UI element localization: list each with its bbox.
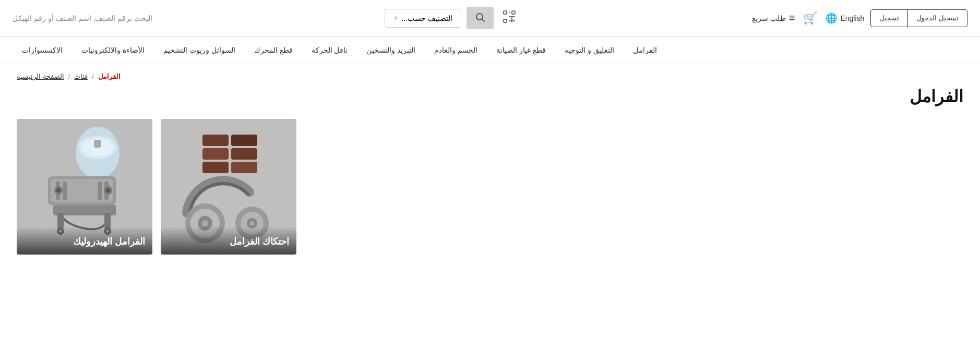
header-right-section: تسجيل الدخول تسجيل English 🌐 🛒 ≡ طلب سري… bbox=[752, 9, 967, 27]
svg-point-19 bbox=[202, 220, 208, 226]
svg-rect-33 bbox=[63, 182, 67, 200]
search-hint-text: البحث برقم الصنف, اسم الصنف أو رقم الهيك… bbox=[13, 14, 152, 22]
login-button[interactable]: تسجيل bbox=[871, 10, 907, 26]
card-label-brake-friction: احتكاك الفرامل bbox=[230, 236, 289, 247]
nav-link-cooling[interactable]: التبريد والتسخين bbox=[357, 37, 425, 64]
card-overlay-brake-friction: احتكاك الفرامل bbox=[161, 226, 296, 255]
scan-icon bbox=[502, 14, 517, 27]
classify-button[interactable]: التصنيف حسب... + bbox=[385, 9, 461, 28]
language-button[interactable]: English 🌐 bbox=[826, 13, 864, 24]
search-button[interactable] bbox=[467, 7, 494, 29]
quick-order-label: طلب سريع bbox=[752, 14, 786, 22]
nav-item-fluids[interactable]: السوائل وزيوت التشحيم bbox=[154, 37, 245, 64]
nav-link-maintenance[interactable]: قطع غيار الصيانة bbox=[487, 37, 555, 64]
svg-point-39 bbox=[106, 188, 110, 192]
svg-point-37 bbox=[56, 188, 61, 192]
svg-rect-10 bbox=[202, 135, 229, 146]
cart-button[interactable]: 🛒 bbox=[801, 9, 819, 27]
category-card-brake-friction[interactable]: ☞ احتكاك الفرامل bbox=[161, 119, 296, 255]
register-button[interactable]: تسجيل الدخول bbox=[908, 10, 967, 26]
svg-rect-11 bbox=[202, 148, 229, 160]
breadcrumb-current: الفرامل bbox=[98, 73, 121, 80]
globe-icon: 🌐 bbox=[826, 13, 837, 24]
svg-rect-15 bbox=[231, 162, 257, 173]
auth-divider bbox=[907, 10, 908, 27]
breadcrumb-categories-link[interactable]: فئات bbox=[74, 73, 88, 80]
nav-item-transmission[interactable]: ناقل الحركة bbox=[302, 37, 357, 64]
nav-item-suspension[interactable]: التعليق و التوجيه bbox=[555, 37, 624, 64]
nav-item-accessories[interactable]: الاكسسوارات bbox=[13, 37, 72, 64]
page-title-area: الفرامل bbox=[0, 85, 980, 119]
main-content: ☞ احتكاك الفرامل bbox=[0, 119, 980, 271]
nav-item-maintenance[interactable]: قطع غيار الصيانة bbox=[487, 37, 555, 64]
header: تسجيل الدخول تسجيل English 🌐 🛒 ≡ طلب سري… bbox=[0, 0, 980, 37]
header-left-section: البحث برقم الصنف, اسم الصنف أو رقم الهيك… bbox=[13, 14, 152, 22]
nav-item-body[interactable]: الجسم والعادم bbox=[425, 37, 487, 64]
svg-line-8 bbox=[482, 19, 484, 22]
category-card-hydraulic[interactable]: الفرامل الهيدروليك bbox=[17, 119, 152, 255]
nav-link-engine[interactable]: قطع المحرك bbox=[245, 37, 302, 64]
auth-buttons-group: تسجيل الدخول تسجيل bbox=[870, 9, 967, 27]
list-icon: ≡ bbox=[789, 12, 795, 24]
nav-link-transmission[interactable]: ناقل الحركة bbox=[302, 37, 357, 64]
svg-rect-29 bbox=[94, 140, 101, 148]
svg-rect-0 bbox=[504, 11, 507, 14]
plus-icon: + bbox=[393, 14, 398, 23]
nav-item-lights[interactable]: الأضاءة والالكترونيات bbox=[72, 37, 154, 64]
svg-rect-12 bbox=[202, 162, 229, 173]
breadcrumb: الفرامل / فئات / الصفحة الرئيسية bbox=[17, 73, 963, 80]
nav-link-fluids[interactable]: السوائل وزيوت التشحيم bbox=[154, 37, 245, 64]
breadcrumb-area: الفرامل / فئات / الصفحة الرئيسية bbox=[0, 64, 980, 85]
category-grid: ☞ احتكاك الفرامل bbox=[17, 119, 963, 255]
svg-rect-34 bbox=[98, 182, 102, 200]
svg-rect-2 bbox=[504, 19, 507, 22]
classify-label: التصنيف حسب... bbox=[401, 14, 452, 22]
page-title: الفرامل bbox=[17, 87, 963, 106]
nav-link-accessories[interactable]: الاكسسوارات bbox=[13, 37, 72, 64]
main-navigation: الفرامل التعليق و التوجيه قطع غيار الصيا… bbox=[0, 37, 980, 64]
nav-link-brakes[interactable]: الفرامل bbox=[624, 37, 666, 64]
svg-rect-14 bbox=[231, 148, 257, 160]
nav-item-engine[interactable]: قطع المحرك bbox=[245, 37, 302, 64]
nav-item-cooling[interactable]: التبريد والتسخين bbox=[357, 37, 425, 64]
nav-link-suspension[interactable]: التعليق و التوجيه bbox=[555, 37, 624, 64]
scan-button[interactable] bbox=[499, 6, 520, 30]
breadcrumb-sep1: / bbox=[68, 73, 70, 80]
nav-link-lights[interactable]: الأضاءة والالكترونيات bbox=[72, 37, 154, 64]
svg-point-23 bbox=[250, 221, 254, 225]
card-overlay-hydraulic: الفرامل الهيدروليك bbox=[17, 226, 152, 255]
language-label: English bbox=[840, 14, 864, 22]
quick-order-button[interactable]: ≡ طلب سريع bbox=[752, 12, 795, 24]
cart-icon: 🛒 bbox=[803, 11, 817, 25]
svg-rect-1 bbox=[512, 11, 515, 14]
breadcrumb-home-link[interactable]: الصفحة الرئيسية bbox=[17, 73, 64, 80]
search-icon bbox=[475, 12, 485, 24]
search-area: التصنيف حسب... + bbox=[152, 6, 752, 30]
breadcrumb-sep2: / bbox=[92, 73, 94, 80]
card-label-hydraulic: الفرامل الهيدروليك bbox=[73, 236, 145, 247]
svg-rect-13 bbox=[231, 135, 257, 146]
nav-link-body[interactable]: الجسم والعادم bbox=[425, 37, 487, 64]
nav-item-brakes[interactable]: الفرامل bbox=[624, 37, 666, 64]
nav-list: الفرامل التعليق و التوجيه قطع غيار الصيا… bbox=[13, 37, 967, 64]
